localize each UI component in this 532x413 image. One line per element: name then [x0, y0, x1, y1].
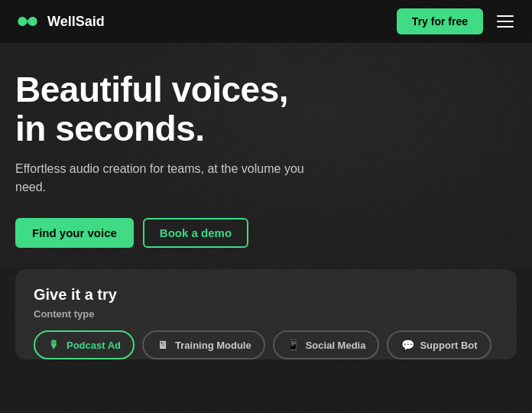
hamburger-menu-button[interactable]: [494, 12, 517, 31]
hero-subtext: Effortless audio creation for teams, at …: [15, 160, 336, 197]
tab-social-media[interactable]: 📱 Social Media: [273, 330, 380, 359]
hamburger-line-1: [497, 15, 514, 17]
tab-podcast-ad[interactable]: 🎙 Podcast Ad: [34, 330, 135, 359]
tab-podcast-ad-label: Podcast Ad: [66, 340, 121, 351]
podcast-icon: 🎙: [47, 338, 61, 352]
social-icon: 📱: [287, 338, 300, 352]
support-icon: 💬: [401, 338, 414, 352]
wellsaid-logo-icon: [15, 13, 40, 30]
hero-buttons: Find your voice Book a demo: [15, 218, 517, 248]
tab-support-bot-label: Support Bot: [420, 340, 477, 351]
logo-text: WellSaid: [47, 14, 105, 30]
navbar: WellSaid Try for free: [0, 0, 532, 43]
tab-social-media-label: Social Media: [306, 340, 366, 351]
content-tabs: 🎙 Podcast Ad 🖥 Training Module 📱 Social …: [34, 330, 498, 359]
hero-headline: Beautiful voices, in seconds.: [15, 70, 517, 148]
book-demo-button[interactable]: Book a demo: [143, 218, 248, 248]
hamburger-line-2: [497, 21, 514, 22]
try-for-free-button[interactable]: Try for free: [397, 8, 483, 34]
find-voice-button[interactable]: Find your voice: [15, 218, 134, 248]
tab-training-module[interactable]: 🖥 Training Module: [142, 330, 265, 359]
card-title: Give it a try: [34, 286, 498, 304]
hero-headline-line2: in seconds.: [15, 109, 205, 148]
content-type-label: Content type: [34, 308, 498, 320]
tab-support-bot[interactable]: 💬 Support Bot: [387, 330, 491, 359]
nav-right: Try for free: [397, 8, 517, 34]
training-icon: 🖥: [156, 338, 170, 352]
tab-training-module-label: Training Module: [175, 340, 251, 351]
hero-section: Beautiful voices, in seconds. Effortless…: [0, 43, 532, 269]
logo-area: WellSaid: [15, 13, 105, 30]
hamburger-line-3: [497, 26, 514, 28]
try-it-card: Give it a try Content type 🎙 Podcast Ad …: [15, 269, 517, 359]
hero-headline-line1: Beautiful voices,: [15, 70, 288, 109]
